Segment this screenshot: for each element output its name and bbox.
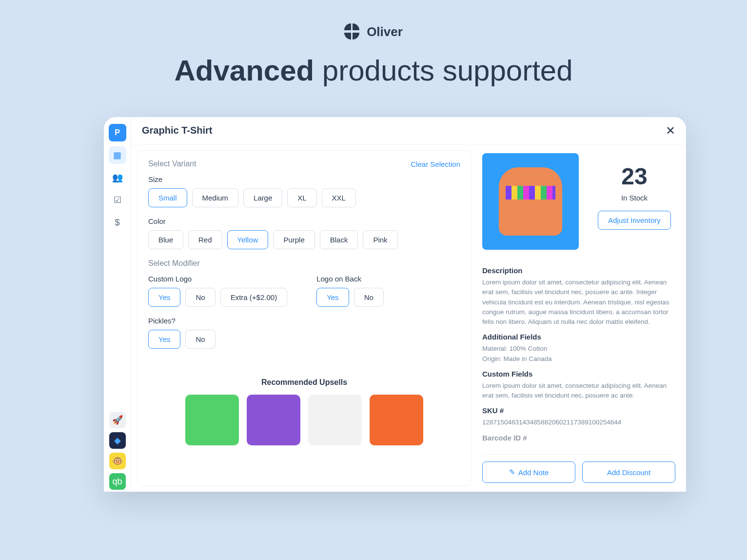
clear-selection-button[interactable]: Clear Selection — [411, 160, 460, 168]
headline-rest: products supported — [314, 54, 572, 87]
product-image — [482, 153, 579, 250]
pickles-label: Pickles? — [148, 317, 460, 325]
custom-logo-option[interactable]: No — [185, 288, 215, 307]
additional-heading: Additional Fields — [482, 333, 675, 341]
upsell-card[interactable] — [247, 395, 300, 445]
barcode-heading: Barcode ID # — [482, 434, 675, 442]
topbar: Graphic T-Shirt ✕ — [131, 117, 686, 144]
brand-name: Oliver — [367, 24, 403, 40]
add-note-label: Add Note — [518, 468, 549, 477]
pickles-option[interactable]: Yes — [148, 330, 180, 349]
headline: Advanced products supported — [64, 54, 683, 87]
custom-heading: Custom Fields — [482, 370, 675, 378]
nav-payments-icon[interactable]: $ — [109, 214, 126, 231]
adjust-inventory-button[interactable]: Adjust Inventory — [598, 211, 671, 230]
size-option[interactable]: Small — [148, 188, 187, 207]
size-option[interactable]: Large — [243, 188, 282, 207]
upsell-card[interactable] — [185, 395, 239, 445]
upsell-card[interactable] — [370, 395, 423, 445]
close-icon: ✕ — [666, 124, 675, 137]
color-option[interactable]: Pink — [363, 230, 397, 249]
custom-logo-option[interactable]: Extra (+$2.00) — [220, 288, 287, 307]
add-discount-button[interactable]: Add Discount — [582, 461, 675, 483]
color-option[interactable]: Yellow — [227, 230, 269, 249]
size-option[interactable]: XXL — [322, 188, 356, 207]
custom-logo-option[interactable]: Yes — [148, 288, 180, 307]
custom-logo-label: Custom Logo — [148, 275, 287, 283]
sku-value: 12871504831434858820602117389100254644 — [482, 418, 675, 427]
detail-panel: 23 In Stock Adjust Inventory Description… — [472, 144, 686, 492]
sidebar-app-icon[interactable]: ◆ — [109, 432, 126, 449]
description-heading: Description — [482, 266, 675, 275]
pickles-option[interactable]: No — [185, 330, 215, 349]
add-discount-label: Add Discount — [607, 468, 650, 477]
app-logo-icon[interactable]: P — [109, 124, 126, 141]
upsell-card[interactable] — [308, 395, 362, 445]
description-body: Lorem ipsum dolor sit amet, consectetur … — [482, 278, 675, 327]
logo-back-option[interactable]: No — [354, 288, 384, 307]
nav-customers-icon[interactable]: 👥 — [109, 169, 126, 186]
stock-label: In Stock — [621, 194, 648, 202]
color-option[interactable]: Blue — [148, 230, 183, 249]
select-modifier-label: Select Modifier — [148, 259, 460, 268]
color-option[interactable]: Purple — [273, 230, 315, 249]
logo-back-option[interactable]: Yes — [316, 288, 349, 307]
color-option[interactable]: Red — [188, 230, 222, 249]
brand-logo-icon — [344, 23, 361, 40]
main-panel: Graphic T-Shirt ✕ Select Variant Clear S… — [131, 117, 686, 492]
nav-products-icon[interactable]: ▦ — [109, 146, 126, 164]
nav-receipts-icon[interactable]: ☑ — [109, 191, 126, 209]
custom-body: Lorem ipsum dolor sit amet, consectetur … — [482, 381, 675, 401]
close-button[interactable]: ✕ — [666, 124, 675, 138]
size-option[interactable]: XL — [287, 188, 316, 207]
app-window: P ▦ 👥 ☑ $ 🚀◆🐵qb Graphic T-Shirt ✕ Select… — [104, 117, 686, 492]
sidebar-app-icon[interactable]: qb — [109, 473, 126, 490]
additional-field-line: Origin: Made in Canada — [482, 354, 675, 364]
sidebar-app-icon[interactable]: 🚀 — [109, 412, 126, 428]
color-label: Color — [148, 217, 460, 225]
variant-panel: Select Variant Clear Selection Size Smal… — [137, 150, 472, 486]
logo-back-label: Logo on Back — [316, 275, 384, 283]
sidebar: P ▦ 👥 ☑ $ 🚀◆🐵qb — [104, 117, 131, 492]
sidebar-app-icon[interactable]: 🐵 — [109, 453, 126, 469]
pencil-icon: ✎ — [509, 468, 515, 477]
color-option[interactable]: Black — [320, 230, 358, 249]
stock-count: 23 — [621, 163, 647, 190]
headline-bold: Advanced — [174, 54, 314, 87]
upsell-title: Recommended Upsells — [148, 378, 460, 387]
page-title: Graphic T-Shirt — [142, 125, 212, 136]
size-label: Size — [148, 175, 460, 183]
size-option[interactable]: Medium — [192, 188, 238, 207]
additional-field-line: Material: 100% Cotton — [482, 344, 675, 354]
add-note-button[interactable]: ✎ Add Note — [482, 461, 575, 483]
brand: Oliver — [64, 23, 683, 40]
select-variant-label: Select Variant — [148, 160, 196, 168]
sku-heading: SKU # — [482, 406, 675, 415]
